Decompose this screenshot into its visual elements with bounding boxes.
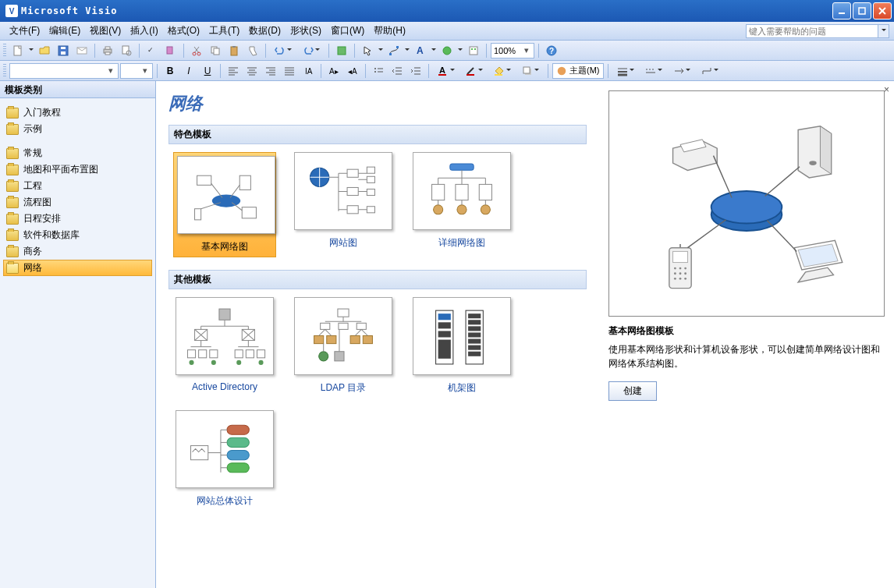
menu-view[interactable]: 视图(V) [85, 23, 126, 39]
dropdown-icon[interactable] [457, 48, 463, 53]
cut-button[interactable] [188, 42, 205, 59]
theme-button[interactable]: 主题(M) [552, 63, 604, 79]
sidebar-item-business[interactable]: 商务 [3, 243, 152, 260]
menu-data[interactable]: 数据(D) [244, 23, 286, 39]
undo-button[interactable] [270, 42, 296, 59]
svg-point-155 [684, 267, 686, 270]
template-detailed-network[interactable]: 详细网络图 [410, 152, 513, 257]
menu-file[interactable]: 文件(F) [5, 23, 44, 39]
zoom-combo[interactable]: 100%▾ [491, 43, 534, 58]
sidebar-item-samples[interactable]: 示例 [3, 121, 152, 137]
sidebar-item-getting-started[interactable]: 入门教程 [3, 104, 152, 121]
print-preview-button[interactable] [118, 42, 135, 59]
close-button[interactable] [873, 2, 892, 19]
sidebar-group-1: 入门教程 示例 [3, 104, 152, 137]
svg-rect-19 [214, 48, 219, 55]
email-button[interactable] [73, 42, 90, 59]
sidebar-item-schedule[interactable]: 日程安排 [3, 211, 152, 227]
template-rack[interactable]: 机架图 [410, 297, 513, 395]
help-dropdown[interactable] [878, 24, 889, 38]
line-color-button[interactable] [461, 62, 488, 80]
save-button[interactable] [55, 42, 72, 59]
align-justify-button[interactable] [281, 62, 298, 80]
decrease-font-button[interactable]: ◂A [344, 62, 361, 80]
menu-tools[interactable]: 工具(T) [204, 23, 244, 39]
copy-button[interactable] [207, 42, 224, 59]
template-website[interactable]: 网站图 [292, 152, 395, 257]
vertical-text-button[interactable]: IA [300, 62, 317, 80]
svg-rect-62 [347, 169, 358, 177]
bullets-button[interactable] [370, 62, 387, 80]
sidebar-item-software[interactable]: 软件和数据库 [3, 227, 152, 243]
increase-font-button[interactable]: A▸ [325, 62, 342, 80]
align-left-button[interactable] [225, 62, 242, 80]
svg-point-35 [374, 68, 376, 69]
svg-point-154 [679, 267, 682, 270]
close-panel-button[interactable]: × [884, 84, 889, 95]
other-templates-row: Active Directory LDAP 目录 机架图 [169, 297, 587, 508]
stencil-button[interactable] [465, 42, 482, 59]
spellcheck-button[interactable]: ✓ [144, 42, 161, 59]
font-color-button[interactable]: A [433, 62, 459, 80]
italic-button[interactable]: I [180, 62, 197, 80]
line-pattern-button[interactable] [640, 62, 667, 80]
connector-type-button[interactable] [697, 62, 723, 80]
sidebar-item-network[interactable]: 网络 [3, 260, 152, 276]
pointer-tool-button[interactable] [359, 42, 376, 59]
help-search-input[interactable] [746, 24, 878, 38]
fontsize-combo[interactable]: ▾ [120, 63, 153, 79]
dropdown-icon[interactable] [404, 48, 410, 53]
line-weight-button[interactable] [612, 62, 639, 80]
sidebar-item-general[interactable]: 常规 [3, 145, 152, 161]
folder-icon [6, 197, 19, 208]
text-tool-button[interactable]: A [412, 42, 429, 59]
decrease-indent-button[interactable] [388, 62, 406, 80]
template-name: Active Directory [173, 381, 276, 392]
svg-rect-23 [389, 53, 392, 55]
svg-rect-129 [468, 313, 481, 318]
shadow-button[interactable] [517, 62, 544, 80]
template-ldap[interactable]: LDAP 目录 [292, 297, 395, 395]
line-ends-button[interactable] [669, 62, 695, 80]
menu-insert[interactable]: 插入(I) [126, 23, 162, 39]
dropdown-icon[interactable] [431, 48, 437, 53]
fill-color-button[interactable] [489, 62, 516, 80]
paste-button[interactable] [225, 42, 243, 59]
minimize-button[interactable] [832, 2, 851, 19]
maximize-button[interactable] [853, 2, 871, 19]
svg-rect-29 [474, 48, 476, 50]
align-right-button[interactable] [262, 62, 279, 80]
template-site-design[interactable]: 网站总体设计 [173, 410, 276, 508]
new-button[interactable] [9, 42, 27, 59]
sidebar-item-flowchart[interactable]: 流程图 [3, 194, 152, 211]
menu-help[interactable]: 帮助(H) [369, 23, 410, 39]
section-other: 其他模板 [169, 270, 587, 289]
dropdown-icon[interactable] [28, 48, 34, 53]
menu-edit[interactable]: 编辑(E) [44, 23, 85, 39]
sidebar-item-engineering[interactable]: 工程 [3, 178, 152, 194]
sidebar-item-maps[interactable]: 地图和平面布置图 [3, 161, 152, 178]
menu-format[interactable]: 格式(O) [163, 23, 204, 39]
insert-data-button[interactable] [333, 42, 350, 59]
menu-shapes[interactable]: 形状(S) [286, 23, 326, 39]
template-basic-network[interactable]: 基本网络图 [173, 152, 276, 257]
menu-window[interactable]: 窗口(W) [326, 23, 369, 39]
open-button[interactable] [36, 42, 53, 59]
align-center-button[interactable] [243, 62, 261, 80]
connector-tool-button[interactable] [385, 42, 403, 59]
bold-button[interactable]: B [161, 62, 179, 80]
svg-rect-126 [438, 331, 451, 337]
format-painter-button[interactable] [244, 42, 261, 59]
create-button[interactable]: 创建 [608, 381, 657, 401]
ink-tool-button[interactable] [438, 42, 456, 59]
template-active-directory[interactable]: Active Directory [173, 297, 276, 395]
increase-indent-button[interactable] [407, 62, 424, 80]
research-button[interactable] [162, 42, 179, 59]
help-button[interactable]: ? [543, 42, 560, 59]
print-button[interactable] [99, 42, 116, 59]
underline-button[interactable]: U [199, 62, 216, 80]
font-combo[interactable]: ▾ [9, 63, 119, 79]
dropdown-icon[interactable] [378, 48, 384, 53]
redo-button[interactable] [298, 42, 325, 59]
menubar: 文件(F) 编辑(E) 视图(V) 插入(I) 格式(O) 工具(T) 数据(D… [0, 22, 894, 41]
